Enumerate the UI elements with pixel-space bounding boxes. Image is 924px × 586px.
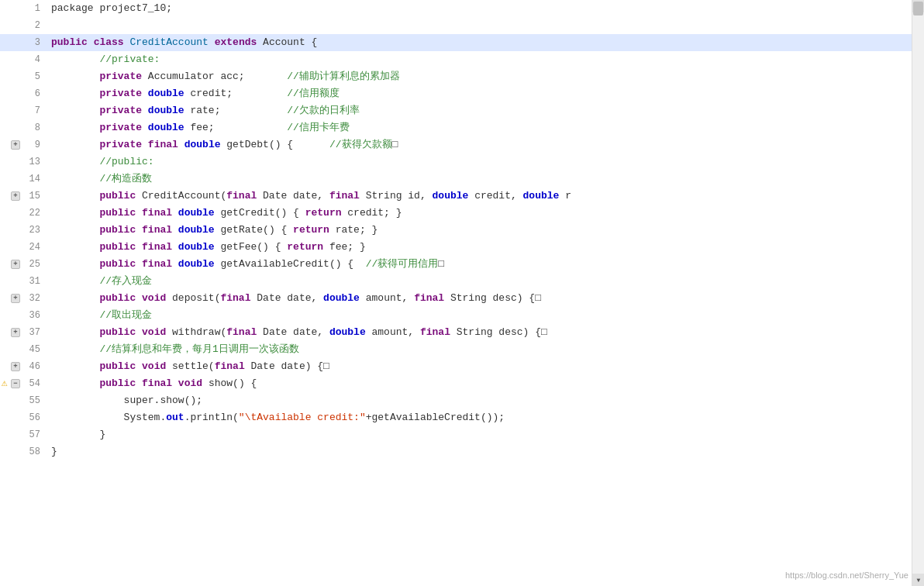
- line-number: 13: [0, 153, 47, 171]
- line-number-text: 24: [29, 242, 40, 253]
- token-cm: //存入现金: [51, 275, 152, 287]
- line-number: 6: [0, 85, 47, 102]
- token-kw: final: [215, 360, 245, 372]
- token-kw2: double: [433, 190, 469, 202]
- line: ⚠−54 public final void show() {: [0, 375, 924, 392]
- token-cm: //获得可用信用: [366, 258, 439, 270]
- token-kw2: double: [148, 105, 184, 116]
- line-number: 45: [0, 341, 47, 358]
- line-code: //取出现金: [47, 307, 924, 324]
- token-kw: final: [142, 258, 172, 270]
- line: 4 //private:: [0, 51, 924, 68]
- line-number: 1: [0, 0, 47, 17]
- token-txt: [172, 258, 178, 270]
- line-code: super.show();: [47, 392, 924, 409]
- token-txt: [142, 139, 148, 150]
- line-number-text: 36: [29, 310, 40, 321]
- token-st: "\tAvailable credit:": [239, 412, 366, 423]
- token-txt: getFee() {: [215, 241, 288, 253]
- token-txt: show() {: [202, 377, 257, 389]
- token-txt: [136, 326, 142, 338]
- token-txt: fee; }: [323, 241, 366, 253]
- line-code: public final void show() {: [47, 375, 924, 392]
- token-kw2: out: [166, 412, 184, 423]
- token-txt: r: [559, 190, 571, 202]
- fold-expand-icon[interactable]: +: [11, 140, 20, 150]
- line: +25 public final double getAvailableCred…: [0, 256, 924, 273]
- token-txt: package project7_10;: [51, 2, 172, 14]
- line: 3public class CreditAccount extends Acco…: [0, 34, 924, 51]
- token-kw: void: [178, 377, 202, 389]
- line-number-text: 55: [29, 395, 40, 406]
- token-kw2: double: [184, 139, 221, 150]
- token-txt: amount,: [366, 326, 420, 338]
- line: 22 public final double getCredit() { ret…: [0, 205, 924, 222]
- line-number-text: 3: [35, 37, 40, 48]
- line-number: 8: [0, 119, 47, 136]
- token-kw: final: [142, 241, 172, 253]
- token-kw2: double: [178, 258, 215, 270]
- line-number: 3: [0, 34, 47, 51]
- line-number: 36: [0, 307, 47, 324]
- line-code: package project7_10;: [47, 0, 924, 17]
- line-number: 22: [0, 205, 47, 222]
- line-code: //public:: [47, 153, 924, 171]
- fold-expand-icon[interactable]: +: [11, 260, 20, 269]
- token-txt: [142, 88, 148, 99]
- token-txt: CreditAccount(: [136, 190, 226, 202]
- line-number-text: 7: [35, 105, 40, 116]
- fold-expand-icon[interactable]: +: [11, 328, 20, 337]
- token-txt: super.show();: [51, 395, 202, 406]
- line-number-text: 2: [35, 20, 40, 31]
- line: 14 //构造函数: [0, 171, 924, 188]
- token-cm: //获得欠款额: [329, 139, 392, 150]
- token-kw2: double: [178, 224, 215, 236]
- token-kw: public: [51, 258, 136, 270]
- line-code: public void settle(final Date date) {□: [47, 358, 924, 375]
- token-kw: public: [51, 360, 136, 372]
- token-kw: final: [142, 207, 172, 219]
- token-txt: String desc) {□: [444, 292, 541, 304]
- token-cm: //信用卡年费: [287, 122, 350, 133]
- token-kw: private: [51, 88, 142, 99]
- line-number: +37: [0, 324, 47, 341]
- token-kw: final: [220, 292, 250, 304]
- line: +9 private final double getDebt() { //获得…: [0, 136, 924, 153]
- token-txt: □: [438, 258, 444, 270]
- fold-expand-icon[interactable]: +: [11, 362, 20, 371]
- token-txt: }: [51, 429, 105, 440]
- token-txt: amount,: [360, 292, 414, 304]
- scrollbar-thumb[interactable]: [913, 2, 923, 16]
- line-number-text: 54: [29, 378, 40, 389]
- token-kw: extends: [215, 36, 257, 48]
- token-txt: [172, 224, 178, 236]
- token-kw: private: [51, 122, 142, 133]
- token-txt: credit;: [184, 88, 288, 99]
- fold-expand-icon[interactable]: +: [11, 191, 20, 201]
- token-kw: final: [148, 139, 178, 150]
- line: 6 private double credit; //信用额度: [0, 85, 924, 102]
- line-number-text: 15: [29, 191, 40, 202]
- line-number: 2: [0, 17, 47, 34]
- line-code: private final double getDebt() { //获得欠款额…: [47, 136, 924, 153]
- scrollbar-arrow-down[interactable]: ▼: [912, 574, 924, 586]
- scrollbar-vertical[interactable]: ▲ ▼: [912, 0, 924, 586]
- line-code: public final double getRate() { return r…: [47, 222, 924, 239]
- fold-expand-icon[interactable]: +: [11, 294, 20, 303]
- line-number: +32: [0, 290, 47, 307]
- line-code: public final double getCredit() { return…: [47, 205, 924, 222]
- line-number-text: 23: [29, 225, 40, 236]
- line-number-text: 25: [29, 259, 40, 270]
- token-kw: public: [51, 326, 136, 338]
- line-number-text: 46: [29, 361, 40, 372]
- token-kw: return: [287, 241, 323, 253]
- token-txt: Date date,: [250, 292, 323, 304]
- fold-collapse-icon[interactable]: −: [11, 379, 20, 388]
- token-txt: rate;: [184, 105, 288, 116]
- token-txt: Accumulator acc;: [142, 71, 287, 82]
- line-code: private double rate; //欠款的日利率: [47, 102, 924, 119]
- line: 5 private Accumulator acc; //辅助计算利息的累加器: [0, 68, 924, 85]
- token-cm: //辅助计算利息的累加器: [287, 71, 400, 82]
- token-txt: Account {: [257, 36, 317, 48]
- line-number-text: 14: [29, 174, 40, 184]
